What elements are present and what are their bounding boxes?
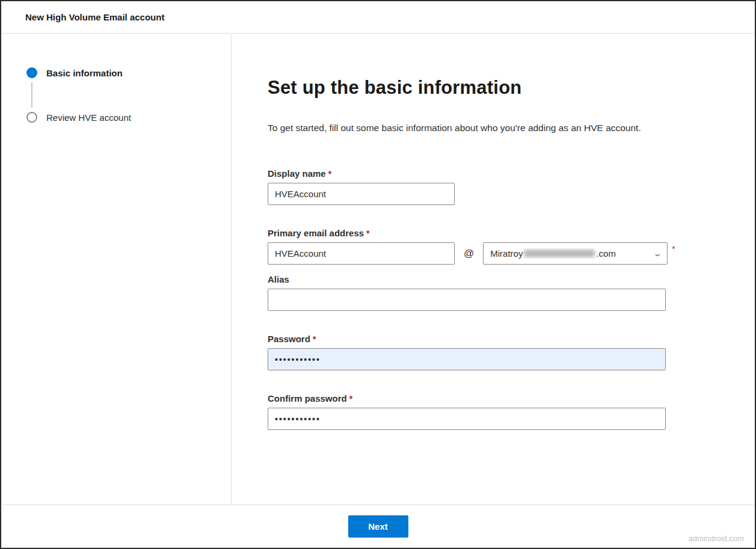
- domain-dropdown-value: Miratroy .com: [490, 248, 650, 259]
- primary-email-label: Primary email address*: [268, 228, 731, 238]
- primary-email-row: @ Miratroy .com ⌄ *: [268, 242, 731, 265]
- alias-field-group: Alias: [268, 274, 731, 311]
- step-active-dot-icon: [26, 67, 37, 78]
- password-input[interactable]: [268, 348, 666, 370]
- step-connector-line: [31, 82, 32, 108]
- at-sign: @: [464, 248, 474, 260]
- alias-input[interactable]: [268, 289, 666, 311]
- step-review-hve-account[interactable]: Review HVE account: [26, 112, 231, 123]
- redacted-domain-blur: [524, 250, 595, 257]
- step-pending-dot-icon: [26, 112, 37, 123]
- primary-email-field-group: Primary email address* @ Miratroy .com ⌄…: [268, 228, 731, 265]
- required-asterisk: *: [313, 334, 316, 344]
- email-localpart-input[interactable]: [268, 242, 455, 265]
- display-name-label: Display name*: [268, 168, 731, 179]
- window-title: New High Volume Email account: [25, 12, 164, 22]
- password-field-group: Password*: [268, 334, 731, 370]
- step-label-basic-information: Basic information: [46, 68, 123, 78]
- display-name-field-group: Display name*: [268, 168, 731, 205]
- wizard-footer: Next admindroid.com: [1, 505, 755, 548]
- required-asterisk: *: [366, 228, 369, 238]
- confirm-password-input[interactable]: [268, 408, 666, 430]
- hve-wizard-window: New High Volume Email account Basic info…: [0, 0, 756, 549]
- domain-dropdown[interactable]: Miratroy .com ⌄: [483, 242, 668, 265]
- chevron-down-icon: ⌄: [653, 249, 663, 258]
- page-title: Set up the basic information: [268, 77, 731, 99]
- display-name-input[interactable]: [268, 183, 455, 205]
- alias-label: Alias: [268, 274, 731, 284]
- wizard-steps-sidebar: Basic information Review HVE account: [1, 34, 232, 505]
- wizard-header: New High Volume Email account: [1, 1, 755, 34]
- step-basic-information[interactable]: Basic information: [26, 67, 231, 78]
- required-asterisk: *: [328, 169, 331, 179]
- confirm-password-field-group: Confirm password*: [268, 393, 731, 430]
- wizard-body: Basic information Review HVE account Set…: [1, 34, 755, 505]
- step-label-review-hve-account: Review HVE account: [46, 112, 131, 123]
- next-button[interactable]: Next: [348, 515, 408, 538]
- page-description: To get started, fill out some basic info…: [268, 123, 731, 133]
- required-asterisk: *: [672, 244, 675, 254]
- watermark-text: admindroid.com: [689, 534, 745, 543]
- required-asterisk: *: [349, 394, 352, 403]
- domain-prefix: Miratroy: [490, 248, 523, 259]
- password-label: Password*: [268, 334, 731, 344]
- wizard-content: Set up the basic information To get star…: [232, 34, 755, 505]
- domain-suffix: .com: [596, 248, 616, 259]
- confirm-password-label: Confirm password*: [268, 393, 731, 403]
